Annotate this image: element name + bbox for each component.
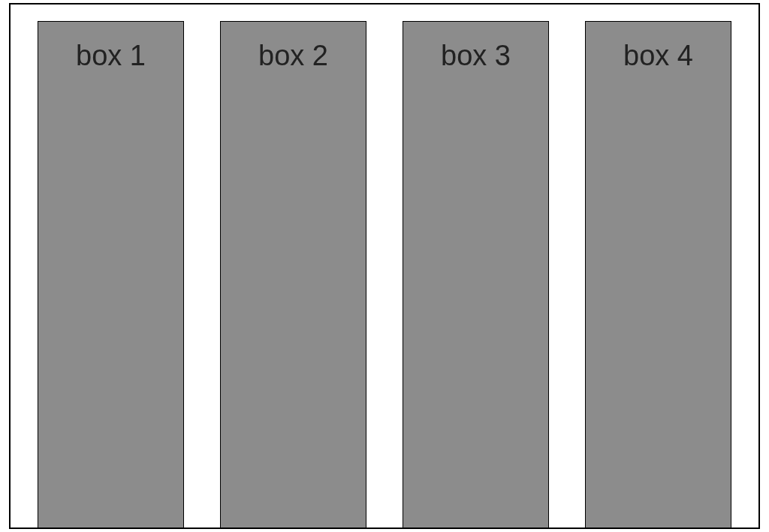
box-3-label: box 3 (441, 40, 511, 71)
box-3: box 3 (403, 21, 549, 529)
box-1: box 1 (38, 21, 184, 529)
box-1-label: box 1 (76, 40, 146, 71)
box-4-label: box 4 (623, 40, 693, 71)
box-2: box 2 (220, 21, 366, 529)
box-2-label: box 2 (258, 40, 328, 71)
box-4: box 4 (585, 21, 731, 529)
outer-container: box 1 box 2 box 3 box 4 (9, 3, 760, 529)
